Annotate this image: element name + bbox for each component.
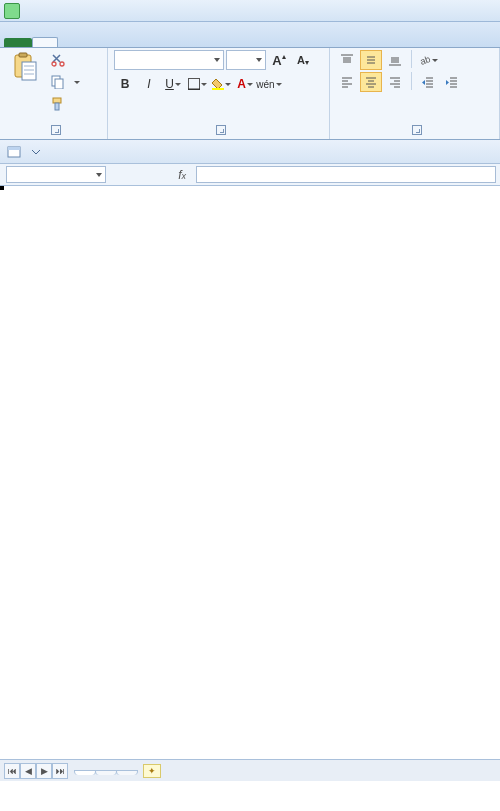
align-bottom-button[interactable]: [384, 50, 406, 70]
copy-icon: [50, 74, 66, 90]
dropdown-icon[interactable]: [28, 144, 44, 160]
sheet-tab[interactable]: [95, 770, 117, 775]
paste-icon: [10, 52, 40, 82]
format-painter-button[interactable]: [48, 94, 82, 114]
sheet-nav-prev[interactable]: ◀: [20, 763, 36, 779]
font-size-combo[interactable]: [226, 50, 266, 70]
window-titlebar: [0, 0, 500, 22]
tab-file[interactable]: [4, 38, 32, 47]
alignment-launcher[interactable]: [412, 125, 422, 135]
group-alignment: ab: [330, 48, 500, 139]
svg-rect-14: [212, 88, 224, 90]
grow-font-button[interactable]: A▴: [268, 50, 290, 70]
collapse-ribbon-bar: [0, 140, 500, 164]
underline-button[interactable]: U: [162, 74, 184, 94]
svg-text:ab: ab: [419, 54, 431, 67]
svg-rect-1: [19, 53, 27, 57]
increase-indent-button[interactable]: [441, 72, 463, 92]
tab-data[interactable]: [130, 38, 154, 47]
insert-sheet-button[interactable]: ✦: [143, 764, 161, 778]
italic-button[interactable]: I: [138, 74, 160, 94]
clipboard-launcher[interactable]: [51, 125, 61, 135]
group-clipboard: [0, 48, 108, 139]
spreadsheet-grid[interactable]: ⏮ ◀ ▶ ⏭ ✦: [0, 186, 500, 781]
svg-rect-11: [55, 103, 59, 110]
svg-rect-9: [55, 79, 63, 89]
sheet-nav-next[interactable]: ▶: [36, 763, 52, 779]
decrease-indent-button[interactable]: [417, 72, 439, 92]
copy-button[interactable]: [48, 72, 82, 92]
svg-rect-10: [53, 98, 61, 103]
chevron-down-icon: [213, 56, 221, 64]
tab-view[interactable]: [178, 38, 202, 47]
group-font: A▴ A▾ B I U A wén: [108, 48, 330, 139]
ribbon: A▴ A▾ B I U A wén: [0, 48, 500, 140]
tab-page-layout[interactable]: [82, 38, 106, 47]
svg-rect-48: [8, 147, 20, 150]
sheet-tab[interactable]: [74, 770, 96, 775]
border-button[interactable]: [186, 74, 208, 94]
align-middle-button[interactable]: [360, 50, 382, 70]
workbook-icon[interactable]: [6, 144, 22, 160]
svg-rect-2: [22, 62, 36, 80]
fx-icon[interactable]: fx: [178, 168, 186, 182]
bold-button[interactable]: B: [114, 74, 136, 94]
tab-home[interactable]: [32, 37, 58, 47]
formula-input[interactable]: [196, 166, 496, 183]
orientation-button[interactable]: ab: [417, 50, 439, 70]
sheet-nav-first[interactable]: ⏮: [4, 763, 20, 779]
align-center-button[interactable]: [360, 72, 382, 92]
fill-color-button[interactable]: [210, 74, 232, 94]
format-painter-icon: [50, 96, 66, 112]
shrink-font-button[interactable]: A▾: [292, 50, 314, 70]
tab-formulas[interactable]: [106, 38, 130, 47]
svg-point-7: [60, 62, 64, 66]
align-top-button[interactable]: [336, 50, 358, 70]
font-color-button[interactable]: A: [234, 74, 256, 94]
cut-button[interactable]: [48, 50, 82, 70]
chevron-down-icon: [96, 173, 102, 177]
scissors-icon: [50, 52, 66, 68]
phonetic-button[interactable]: wén: [258, 74, 280, 94]
align-right-button[interactable]: [384, 72, 406, 92]
svg-rect-12: [188, 79, 199, 90]
tab-insert[interactable]: [58, 38, 82, 47]
chevron-down-icon: [255, 56, 263, 64]
sheet-tab-bar: ⏮ ◀ ▶ ⏭ ✦: [0, 759, 500, 781]
font-name-combo[interactable]: [114, 50, 224, 70]
paste-button[interactable]: [6, 50, 44, 86]
app-icon: [4, 3, 20, 19]
ribbon-tab-strip: [0, 22, 500, 48]
font-launcher[interactable]: [216, 125, 226, 135]
formula-bar: fx: [0, 164, 500, 186]
svg-point-6: [52, 62, 56, 66]
sheet-tab[interactable]: [116, 770, 138, 775]
align-left-button[interactable]: [336, 72, 358, 92]
name-box[interactable]: [6, 166, 106, 183]
tab-review[interactable]: [154, 38, 178, 47]
sheet-nav-last[interactable]: ⏭: [52, 763, 68, 779]
